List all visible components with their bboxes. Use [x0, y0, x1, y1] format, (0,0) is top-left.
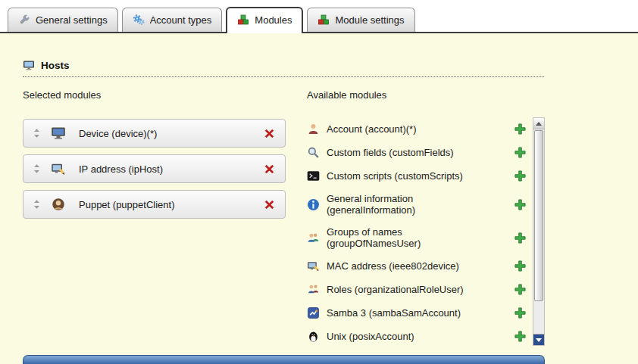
available-module-label: Samba 3 (sambaSamAccount)	[327, 307, 461, 319]
scrollbar-thumb[interactable]	[534, 130, 543, 301]
available-module-row: Samba 3 (sambaSamAccount)	[307, 301, 533, 325]
section-title: Hosts	[41, 60, 70, 71]
wrench-icon	[18, 14, 30, 26]
hosts-monitor-icon	[23, 59, 35, 71]
info-icon	[307, 198, 320, 211]
group-icon	[307, 232, 320, 244]
available-module-row: Roles (organizationalRoleUser)	[307, 278, 533, 301]
magnifier-icon	[307, 146, 320, 159]
available-module-label: Account (account)(*)	[327, 123, 417, 135]
available-module-row: Account (account)(*)	[307, 117, 533, 141]
selected-modules-column: Selected modules Device (devic	[23, 89, 286, 346]
drag-handle-icon[interactable]	[33, 163, 41, 174]
tab-label: Modules	[255, 14, 292, 26]
scroll-down-button[interactable]	[533, 334, 544, 345]
add-module-button[interactable]	[514, 260, 527, 272]
scroll-up-button[interactable]	[533, 118, 544, 129]
drag-handle-icon[interactable]	[33, 199, 41, 210]
roles-icon	[307, 283, 320, 296]
lam-config-page: General settings Account types	[0, 0, 638, 364]
available-module-row: MAC address (ieee802device)	[307, 254, 533, 278]
tab-label: Account types	[150, 14, 212, 26]
available-module-row: Unix (posixAccount)	[307, 325, 533, 346]
available-module-label: Roles (organizationalRoleUser)	[327, 284, 464, 295]
selected-modules-list: Device (device)(*)	[23, 119, 286, 219]
section-header-hosts: Hosts	[23, 59, 544, 77]
remove-module-button[interactable]	[263, 163, 276, 176]
available-module-row: General information (generalInformation)	[307, 188, 533, 221]
add-module-button[interactable]	[514, 330, 527, 343]
available-module-row: Groups of names (groupOfNamesUser)	[307, 221, 533, 254]
tab-bar: General settings Account types	[0, 0, 638, 33]
remove-module-button[interactable]	[263, 198, 276, 211]
remove-module-button[interactable]	[263, 127, 276, 140]
tab-label: General settings	[36, 14, 108, 26]
tab-module-settings[interactable]: Module settings	[307, 8, 414, 32]
selected-module-row: Puppet (puppetClient)	[23, 190, 286, 219]
available-module-label: General information (generalInformation)	[327, 193, 487, 216]
available-modules-list: Account (account)(*) Custom fields	[307, 117, 533, 346]
device-monitor-icon	[51, 126, 66, 141]
account-person-icon	[307, 123, 320, 135]
available-module-row: Custom scripts (customScripts)	[307, 164, 533, 188]
gears-icon	[133, 14, 145, 26]
add-module-button[interactable]	[514, 170, 527, 182]
selected-module-label: IP address (ipHost)	[79, 163, 163, 175]
next-section-header-bar	[23, 355, 545, 364]
drag-handle-icon[interactable]	[33, 128, 41, 138]
available-modules-scrollbar[interactable]	[533, 117, 545, 346]
add-module-button[interactable]	[514, 198, 527, 211]
puppet-icon	[51, 197, 66, 212]
tab-modules[interactable]: Modules	[226, 7, 303, 33]
selected-module-label: Puppet (puppetClient)	[79, 199, 174, 210]
script-icon	[307, 170, 320, 182]
tux-penguin-icon	[307, 330, 320, 343]
available-module-row: Custom fields (customFields)	[307, 141, 533, 164]
modules-columns: Selected modules Device (devic	[23, 89, 638, 346]
add-module-button[interactable]	[514, 283, 527, 296]
available-module-label: MAC address (ieee802device)	[327, 260, 459, 272]
module-settings-icon	[317, 14, 330, 26]
mac-device-icon	[307, 260, 320, 272]
arrow-up-icon	[536, 122, 542, 126]
available-modules-wrap: Account (account)(*) Custom fields	[307, 117, 546, 346]
available-module-label: Unix (posixAccount)	[327, 331, 414, 342]
available-modules-column: Available modules Account (account)(*)	[307, 89, 546, 346]
selected-modules-heading: Selected modules	[23, 89, 286, 101]
available-module-label: Custom fields (customFields)	[327, 147, 454, 158]
selected-module-label: Device (device)(*)	[79, 128, 157, 139]
add-module-button[interactable]	[514, 146, 527, 159]
available-module-label: Groups of names (groupOfNamesUser)	[327, 226, 487, 249]
selected-module-row: Device (device)(*)	[23, 119, 286, 148]
selected-module-row: IP address (ipHost)	[23, 154, 286, 183]
tab-general-settings[interactable]: General settings	[8, 8, 118, 32]
ip-host-icon	[51, 161, 66, 176]
add-module-button[interactable]	[514, 306, 527, 319]
add-module-button[interactable]	[514, 123, 527, 135]
available-modules-heading: Available modules	[307, 89, 546, 101]
available-module-label: Custom scripts (customScripts)	[327, 170, 463, 182]
add-module-button[interactable]	[514, 232, 527, 244]
tab-account-types[interactable]: Account types	[122, 8, 223, 32]
tab-label: Module settings	[335, 14, 404, 26]
samba-icon	[307, 306, 320, 319]
arrow-down-icon	[536, 338, 542, 342]
modules-icon	[237, 14, 249, 26]
